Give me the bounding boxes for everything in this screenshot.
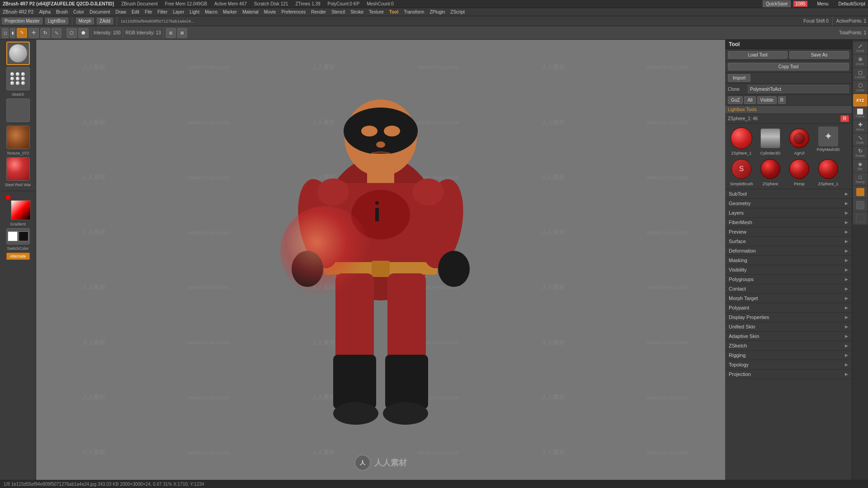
local-icon-btn[interactable]: ⬡ Local xyxy=(853,81,868,94)
norm-button[interactable]: ⬟ xyxy=(78,28,89,38)
menu-stencil[interactable]: Stencil xyxy=(331,9,345,14)
rotate-button[interactable]: ↻ xyxy=(40,28,50,38)
menu-macro[interactable]: Macro xyxy=(205,9,217,14)
extra1-icon-btn[interactable] xyxy=(853,186,868,198)
tool-btn-2[interactable]: ⧫ xyxy=(10,28,15,38)
menu-document[interactable]: Document xyxy=(90,9,110,14)
menu-light[interactable]: Light xyxy=(190,9,200,14)
menu-file[interactable]: File xyxy=(145,9,152,14)
alpha-preview[interactable] xyxy=(6,67,30,90)
menu-transform[interactable]: Transform xyxy=(404,9,424,14)
color-picker[interactable] xyxy=(5,195,31,220)
texture-preview[interactable] xyxy=(6,126,30,149)
tool-item-persp[interactable]: Persp xyxy=(786,157,813,186)
tool-item-cylinder3d[interactable]: Cylinder3D xyxy=(757,127,784,155)
goz-button[interactable]: GoZ xyxy=(728,96,743,104)
draw-mode-button[interactable]: ✎ xyxy=(17,28,27,38)
alternate-button[interactable]: Alternate xyxy=(6,253,30,260)
menu-preferences[interactable]: Preferences xyxy=(281,9,306,14)
menu-edit[interactable]: Edit xyxy=(132,9,139,14)
adaptive-skin-menu-item[interactable]: Adaptive Skin ▶ xyxy=(725,332,852,341)
deformation-menu-item[interactable]: Deformation ▶ xyxy=(725,246,852,256)
load-tool-button[interactable]: Load Tool xyxy=(728,51,788,59)
preview-menu-item[interactable]: Preview ▶ xyxy=(725,227,852,237)
snap-button[interactable]: ⊞ xyxy=(166,28,176,38)
zsphere-r-button[interactable]: R xyxy=(840,115,849,122)
xyz-icon-btn[interactable]: XYZ xyxy=(853,94,868,107)
polygroups-menu-item[interactable]: Polygroups ▶ xyxy=(725,275,852,284)
topology-menu-item[interactable]: Topology ▶ xyxy=(725,360,852,370)
fibermesh-menu-item[interactable]: FiberMesh ▶ xyxy=(725,218,852,227)
layers-menu-item[interactable]: Layers ▶ xyxy=(725,208,852,218)
menu-zplugin[interactable]: ZPlugin xyxy=(429,9,445,14)
reuse-button[interactable]: ⬡ xyxy=(66,28,77,38)
sketch-preview[interactable] xyxy=(6,99,30,122)
tool-item-zsphere3[interactable]: ZSphere_1 xyxy=(815,157,842,186)
geometry-menu-item[interactable]: Geometry ▶ xyxy=(725,199,852,208)
menu-color[interactable]: Color xyxy=(73,9,84,14)
scale-icon-btn[interactable]: ⤡ Scale xyxy=(853,133,868,146)
menu-stroke[interactable]: Stroke xyxy=(350,9,363,14)
menu-layer[interactable]: Layer xyxy=(173,9,184,14)
r-button[interactable]: R xyxy=(778,96,786,104)
quicksave-button[interactable]: QuickSave xyxy=(763,0,791,7)
projection-master-button[interactable]: Projection Master xyxy=(2,18,42,24)
zoom-icon-btn[interactable]: ⊕ Zoom xyxy=(853,55,868,67)
color-swatch[interactable] xyxy=(6,228,30,244)
steel-red-preview[interactable] xyxy=(6,157,30,181)
tool-item-zsphere1[interactable]: ZSphere_1 xyxy=(728,127,755,155)
scroll-icon-btn[interactable]: ⤢ Scroll xyxy=(853,42,868,54)
menu-marker[interactable]: Marker xyxy=(223,9,237,14)
rotate-icon-btn[interactable]: ↻ Rotate xyxy=(853,146,868,159)
surface-menu-item[interactable]: Surface ▶ xyxy=(725,237,852,246)
visibility-menu-item[interactable]: Visibility ▶ xyxy=(725,265,852,275)
move-mode-button[interactable]: ✛ xyxy=(28,28,39,38)
unified-skin-menu-item[interactable]: Unified Skin ▶ xyxy=(725,322,852,332)
canvas-area[interactable]: 人人素材 www.rr-sc.com 人人素材 www.rr-sc.com 人人… xyxy=(36,40,725,480)
zadd-button[interactable]: ZAdd xyxy=(97,18,113,24)
import-button[interactable]: Import xyxy=(728,74,750,82)
morph-target-menu-item[interactable]: Morph Target ▶ xyxy=(725,294,852,303)
menu-draw[interactable]: Draw xyxy=(116,9,126,14)
tool-btn-1[interactable]: ◻ xyxy=(2,28,9,38)
move-icon-btn[interactable]: ✚ Move xyxy=(853,120,868,133)
extra3-icon-btn[interactable] xyxy=(853,212,868,225)
morph-button[interactable]: Morph xyxy=(76,18,94,24)
copy-tool-button[interactable]: Copy Tool xyxy=(728,63,849,70)
menu-zbrush[interactable]: ZBrush 4R2 P2 xyxy=(3,9,33,14)
zsketch-menu-item[interactable]: ZSketch ▶ xyxy=(725,341,852,351)
menu-movie[interactable]: Movie xyxy=(264,9,276,14)
contact-menu-item[interactable]: Contact ▶ xyxy=(725,284,852,294)
lightbox-button[interactable]: LightBox xyxy=(45,18,68,24)
visible-button[interactable]: Visible xyxy=(757,96,777,104)
menu-texture[interactable]: Texture xyxy=(369,9,384,14)
masking-menu-item[interactable]: Masking ▶ xyxy=(725,256,852,265)
subtool-menu-item[interactable]: SubTool ▶ xyxy=(725,189,852,199)
tool-item-polymesh3d[interactable]: ✦ PolyMesh3D xyxy=(815,127,842,155)
tool-item-agrul[interactable]: AgrUl xyxy=(786,127,813,155)
menu-brush[interactable]: Brush xyxy=(56,9,68,14)
rigging-menu-item[interactable]: Rigging ▶ xyxy=(725,351,852,360)
extra2-icon-btn[interactable] xyxy=(853,199,868,211)
menu-render[interactable]: Render xyxy=(311,9,326,14)
stamp-icon-btn[interactable]: □ Stamp xyxy=(853,173,868,185)
scale-button[interactable]: ⤡ xyxy=(52,28,61,38)
projection-menu-item[interactable]: Projection ▶ xyxy=(725,370,852,379)
menu-material[interactable]: Material xyxy=(242,9,259,14)
menu-filter[interactable]: Filter xyxy=(157,9,167,14)
grid-button[interactable]: ⊠ xyxy=(177,28,187,38)
display-properties-menu-item[interactable]: Display Properties ▶ xyxy=(725,313,852,322)
brush-preview[interactable] xyxy=(6,42,30,65)
polypaint-menu-item[interactable]: Polypaint ▶ xyxy=(725,303,852,313)
frame-icon-btn[interactable]: ⬜ Frame xyxy=(853,107,868,120)
tool-item-zsphere2[interactable]: ZSphere xyxy=(757,157,784,186)
all-button[interactable]: All xyxy=(744,96,755,104)
clone-input[interactable] xyxy=(748,85,849,93)
save-as-button[interactable]: Save As xyxy=(789,51,849,59)
tool-item-simplebrush[interactable]: S SimpleBrush xyxy=(728,157,755,186)
menu-tool[interactable]: Tool xyxy=(389,9,398,14)
use-bpr-icon-btn[interactable]: ◈ Bpr xyxy=(853,160,868,172)
lassel-icon-btn[interactable]: ◻ LasSel xyxy=(853,68,868,80)
menu-zscript[interactable]: ZScript xyxy=(450,9,465,14)
menu-alpha[interactable]: Alpha xyxy=(39,9,51,14)
